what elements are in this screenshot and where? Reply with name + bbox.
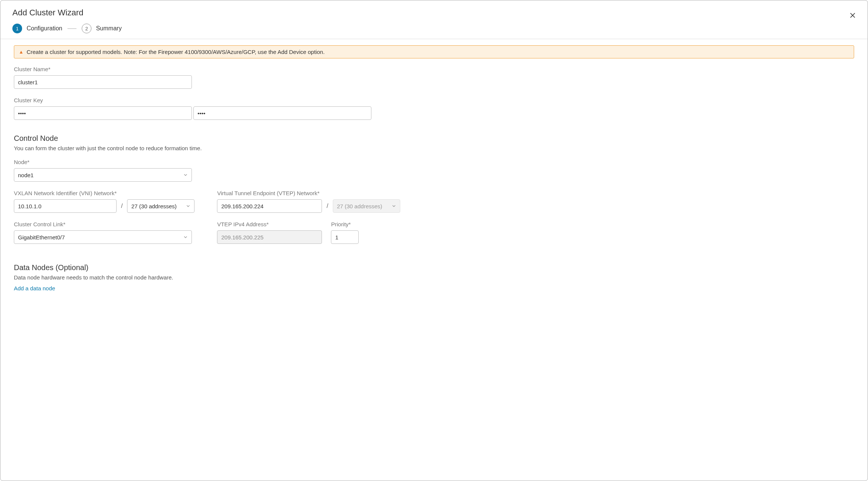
cluster-key-confirm-input[interactable]	[193, 106, 371, 120]
vtep-prefix-select	[333, 199, 400, 213]
cluster-name-input[interactable]	[14, 75, 192, 89]
vtep-group: Virtual Tunnel Endpoint (VTEP) Network* …	[217, 190, 400, 213]
modal-content: ▲ Create a cluster for supported models.…	[0, 39, 868, 297]
vtep-label: Virtual Tunnel Endpoint (VTEP) Network*	[217, 190, 400, 196]
modal-header: Add Cluster Wizard 1 Configuration 2 Sum…	[0, 0, 868, 39]
ccl-label: Cluster Control Link*	[14, 221, 195, 227]
step-configuration[interactable]: 1 Configuration	[12, 24, 62, 33]
vtep-addr-label: VTEP IPv4 Address*	[217, 221, 322, 227]
data-nodes-heading: Data Nodes (Optional)	[14, 263, 854, 272]
step-divider	[67, 28, 76, 29]
node-select-input[interactable]	[14, 168, 192, 182]
vtep-column: Virtual Tunnel Endpoint (VTEP) Network* …	[217, 190, 400, 252]
modal-title: Add Cluster Wizard	[12, 8, 856, 18]
network-row: VXLAN Network Identifier (VNI) Network* …	[14, 190, 854, 252]
data-nodes-desc: Data node hardware needs to match the co…	[14, 274, 854, 281]
step-2-label: Summary	[96, 25, 121, 32]
cluster-name-group: Cluster Name*	[14, 66, 854, 89]
control-node-heading: Control Node	[14, 134, 854, 143]
wizard-steps: 1 Configuration 2 Summary	[12, 24, 856, 33]
step-1-label: Configuration	[27, 25, 62, 32]
vtep-prefix-input	[333, 199, 400, 213]
warning-icon: ▲	[19, 49, 24, 55]
info-banner: ▲ Create a cluster for supported models.…	[14, 45, 854, 58]
step-1-number: 1	[12, 24, 22, 33]
cluster-key-label: Cluster Key	[14, 97, 854, 103]
vtep-addr-priority-row: VTEP IPv4 Address* Priority*	[217, 221, 400, 252]
vni-prefix-select[interactable]	[127, 199, 195, 213]
vtep-inline: /	[217, 199, 400, 213]
add-cluster-wizard-modal: Add Cluster Wizard 1 Configuration 2 Sum…	[0, 0, 868, 481]
cluster-key-group: Cluster Key	[14, 97, 854, 123]
close-button[interactable]	[847, 10, 858, 21]
close-icon	[849, 12, 856, 19]
vni-network-input[interactable]	[14, 199, 117, 213]
slash-separator: /	[326, 203, 328, 209]
priority-label: Priority*	[331, 221, 359, 227]
vni-group: VXLAN Network Identifier (VNI) Network* …	[14, 190, 195, 213]
vni-inline: /	[14, 199, 195, 213]
banner-text: Create a cluster for supported models. N…	[27, 49, 325, 55]
vtep-network-input[interactable]	[217, 199, 322, 213]
vni-prefix-input[interactable]	[127, 199, 195, 213]
priority-input[interactable]	[331, 230, 359, 244]
ccl-select[interactable]	[14, 230, 192, 244]
node-select[interactable]	[14, 168, 192, 182]
priority-group: Priority*	[331, 221, 359, 244]
ccl-select-input[interactable]	[14, 230, 192, 244]
node-label: Node*	[14, 159, 854, 165]
ccl-group: Cluster Control Link*	[14, 221, 195, 244]
step-summary[interactable]: 2 Summary	[82, 24, 121, 33]
add-data-node-link[interactable]: Add a data node	[14, 285, 55, 291]
control-node-desc: You can form the cluster with just the c…	[14, 145, 854, 151]
cluster-name-label: Cluster Name*	[14, 66, 854, 72]
vni-column: VXLAN Network Identifier (VNI) Network* …	[14, 190, 195, 252]
vtep-addr-input	[217, 230, 322, 244]
step-2-number: 2	[82, 24, 91, 33]
cluster-key-input[interactable]	[14, 106, 192, 120]
slash-separator: /	[121, 203, 123, 209]
vni-label: VXLAN Network Identifier (VNI) Network*	[14, 190, 195, 196]
node-group: Node*	[14, 159, 854, 182]
vtep-addr-group: VTEP IPv4 Address*	[217, 221, 322, 244]
